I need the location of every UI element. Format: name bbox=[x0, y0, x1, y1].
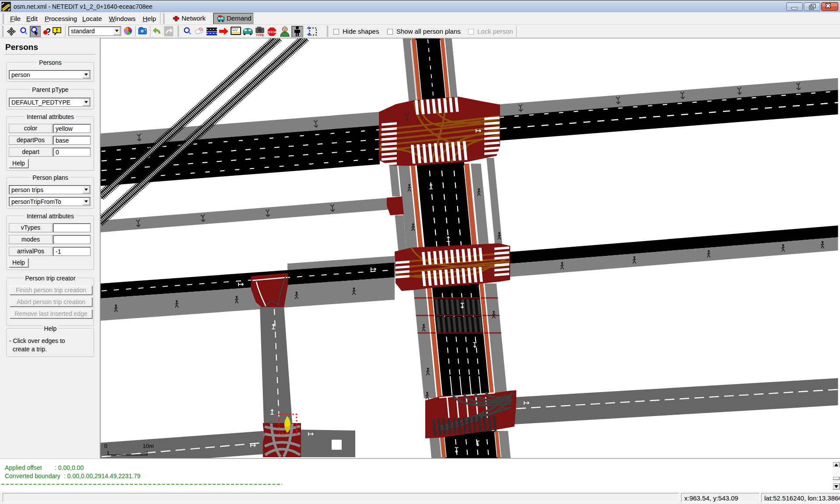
svg-text:0: 0 bbox=[104, 443, 107, 449]
svg-text:TYPE: TYPE bbox=[256, 34, 264, 37]
svg-text:STOP: STOP bbox=[268, 30, 277, 34]
svg-text:10m: 10m bbox=[143, 443, 154, 449]
